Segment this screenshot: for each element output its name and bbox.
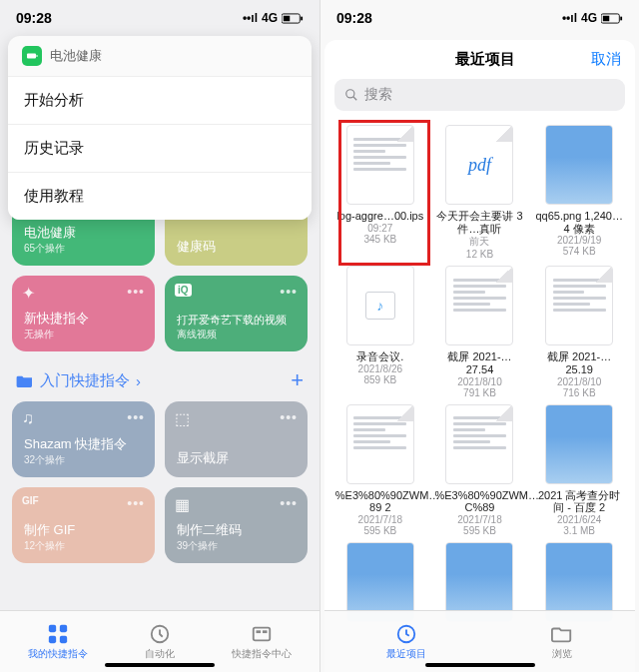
qrcode-icon: ▦ [175,495,190,514]
gif-icon: GIF [22,495,39,506]
shortcut-card[interactable]: iQ ••• 打开爱奇艺下载的视频 离线视频 [165,276,308,351]
file-size: 791 KB [463,387,496,398]
file-name: 录音会议. [356,350,403,363]
automation-icon [149,623,171,645]
more-icon[interactable]: ••• [280,284,298,300]
home-indicator [105,663,215,667]
shortcuts-grid: ••• 电池健康 65个操作 ••• 健康码 ✦ ••• 新快捷指令 无操作 i… [0,190,320,616]
files-grid: log-aggre…00.ips09:27345 KBpdf今天开会主要讲 3 … [324,121,635,631]
card-sub: 32个操作 [24,453,143,467]
grid-icon [47,623,69,645]
tab-automation[interactable]: 自动化 [145,623,175,661]
file-item[interactable]: 2021 高考查分时间 - 百度 22021/6/243.1 MB [531,404,627,536]
network-label: 4G [581,11,597,25]
search-input[interactable]: 搜索 [334,79,625,111]
tab-gallery[interactable]: 快捷指令中心 [232,623,292,661]
file-thumbnail [346,125,414,205]
card-title: 电池健康 [24,224,143,242]
file-name: 2021 高考查分时间 - 百度 2 [534,489,624,514]
file-date: 2021/8/10 [457,376,502,387]
search-placeholder: 搜索 [364,86,392,104]
card-title: 新快捷指令 [24,310,143,328]
sheet-item-start-analysis[interactable]: 开始分析 [8,77,312,125]
file-thumbnail [545,125,613,205]
section-header[interactable]: 入门快捷指令 › + [12,361,308,401]
tab-bar: 最近项目 浏览 [324,610,635,672]
more-icon[interactable]: ••• [280,409,298,425]
file-date: 2021/6/24 [557,514,602,525]
file-date: 前天 [469,235,489,249]
sheet-item-history[interactable]: 历史记录 [8,125,312,173]
card-sub: 离线视频 [177,328,296,341]
sparkle-icon: ✦ [22,284,35,303]
file-name: 今天开会主要讲 3 件…真听 [434,210,524,235]
tab-my-shortcuts[interactable]: 我的快捷指令 [28,623,88,661]
tab-browse[interactable]: 浏览 [551,623,573,661]
battery-app-icon [22,46,42,66]
file-item[interactable]: pdf今天开会主要讲 3 件…真听前天12 KB [432,125,528,260]
file-size: 859 KB [363,374,396,385]
card-title: 健康码 [177,238,296,256]
shortcut-card[interactable]: ▦ ••• 制作二维码 39个操作 [165,487,308,563]
file-item[interactable]: 截屏 2021-…25.192021/8/10716 KB [531,266,627,397]
file-size: 12 KB [466,249,493,260]
tab-label: 最近项目 [386,647,426,661]
page-title: 最近项目 [378,50,591,69]
svg-rect-12 [263,630,268,633]
battery-icon [282,13,304,24]
file-item[interactable]: %E3%80%90ZWM…C%892021/7/18595 KB [432,404,528,536]
file-size: 3.1 MB [563,525,595,536]
status-bar: 09:28 ••ıl 4G [0,0,320,36]
file-item[interactable]: ♪录音会议.2021/8/26859 KB [332,266,428,397]
svg-line-17 [353,97,357,101]
file-date: 2021/9/19 [557,235,602,246]
more-icon[interactable]: ••• [280,495,298,511]
tab-label: 浏览 [552,647,572,661]
file-item[interactable]: qq65.png 1,240…4 像素2021/9/19574 KB [531,125,627,260]
tab-recent[interactable]: 最近项目 [386,623,426,661]
file-date: 09:27 [367,223,392,234]
sheet-item-tutorial[interactable]: 使用教程 [8,173,312,220]
file-thumbnail [445,404,513,484]
file-thumbnail [346,404,414,484]
file-thumbnail [545,404,613,484]
shortcut-card[interactable]: ✦ ••• 新快捷指令 无操作 [12,276,155,351]
card-title: 打开爱奇艺下载的视频 [177,313,296,328]
file-size: 574 KB [563,246,596,257]
svg-rect-1 [284,15,290,21]
files-header: 最近项目 取消 [324,40,635,79]
iqiyi-icon: iQ [175,284,192,297]
shortcut-card[interactable]: GIF ••• 制作 GIF 12个操作 [12,487,155,563]
status-right: ••ıl 4G [243,11,304,25]
tab-label: 我的快捷指令 [28,647,88,661]
more-icon[interactable]: ••• [127,409,145,425]
file-name: %E3%80%90ZWM…C%89 [434,489,524,514]
svg-rect-3 [27,54,36,59]
svg-rect-10 [253,627,270,640]
files-sheet: 最近项目 取消 搜索 log-aggre…00.ips09:27345 KBpd… [324,40,635,672]
file-date: 2021/8/26 [358,363,403,374]
tab-label: 快捷指令中心 [232,647,292,661]
file-item[interactable]: log-aggre…00.ips09:27345 KB [332,125,428,260]
card-sub: 12个操作 [24,539,143,553]
shortcut-card[interactable]: ♫ ••• Shazam 快捷指令 32个操作 [12,401,155,477]
signal-icon: ••ıl [243,11,258,25]
file-thumbnail: pdf [445,125,513,205]
file-date: 2021/7/18 [358,514,403,525]
file-size: 595 KB [363,525,396,536]
shortcut-card[interactable]: ⬚ ••• 显示截屏 [165,401,308,477]
more-icon[interactable]: ••• [127,495,145,511]
file-item[interactable]: %E3%80%90ZWM…89 22021/7/18595 KB [332,404,428,536]
file-size: 595 KB [463,525,496,536]
file-date: 2021/8/10 [557,376,602,387]
cancel-button[interactable]: 取消 [591,50,621,69]
status-right: ••ıl 4G [562,11,623,25]
file-name: 截屏 2021-…27.54 [434,350,524,375]
add-button[interactable]: + [291,367,304,393]
sheet-app-name: 电池健康 [50,47,102,65]
card-title: 显示截屏 [177,449,296,467]
section-label: 入门快捷指令 [40,371,130,390]
more-icon[interactable]: ••• [127,284,145,300]
chevron-right-icon: › [136,372,141,389]
file-item[interactable]: 截屏 2021-…27.542021/8/10791 KB [432,266,528,397]
